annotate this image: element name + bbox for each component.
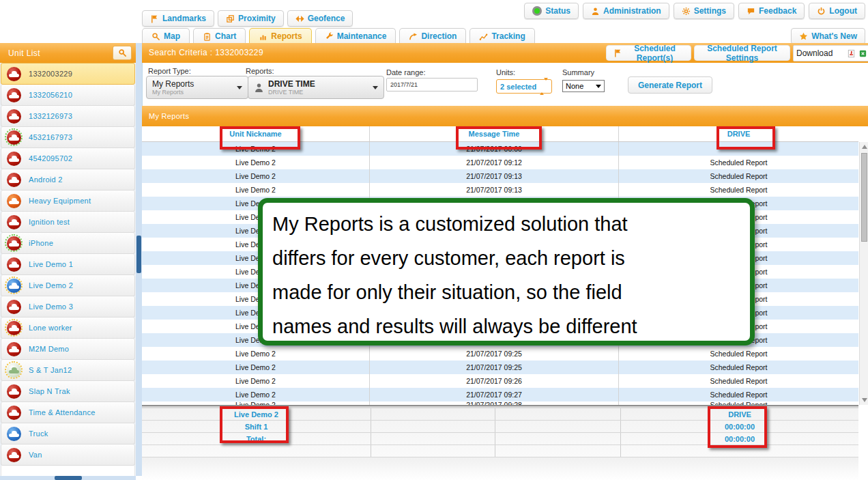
content-fade bbox=[142, 457, 858, 480]
logout-button[interactable]: Logout bbox=[809, 3, 865, 19]
vehicle-orange-icon bbox=[5, 192, 23, 210]
unit-list-item[interactable]: Slap N Trak bbox=[1, 381, 135, 402]
units-select[interactable]: 2 selected bbox=[496, 79, 552, 94]
excel-download-icon[interactable] bbox=[858, 49, 867, 58]
sidebar-scrollbar-thumb[interactable] bbox=[136, 236, 141, 273]
generate-report-button[interactable]: Generate Report bbox=[628, 76, 712, 94]
report-table-row[interactable]: Live Demo 2 21/07/2017 09:27 Scheduled R… bbox=[142, 388, 858, 401]
wrench-icon bbox=[325, 32, 334, 41]
summary-select[interactable]: None bbox=[562, 80, 605, 92]
scroll-down-arrow-icon[interactable] bbox=[862, 398, 867, 402]
tab-maintenance[interactable]: Maintenance bbox=[315, 28, 396, 44]
scroll-up-arrow-icon[interactable] bbox=[862, 145, 867, 149]
clipboard-icon bbox=[203, 32, 212, 41]
unit-list-item[interactable]: Heavy Equipment bbox=[1, 190, 135, 212]
table-vertical-scrollbar[interactable] bbox=[859, 142, 868, 405]
unit-list-item[interactable]: Android 2 bbox=[1, 169, 135, 190]
unit-list-item[interactable]: 1332126973 bbox=[1, 106, 135, 127]
column-header-message-time[interactable]: Message Time bbox=[370, 126, 619, 141]
tab-reports[interactable]: Reports bbox=[249, 28, 311, 44]
person-icon bbox=[254, 83, 264, 93]
cell-drive: Scheduled Report bbox=[619, 169, 858, 183]
scheduled-report-settings-button[interactable]: Scheduled Report Settings bbox=[694, 45, 790, 61]
report-table-row[interactable]: Live Demo 2 21/07/2017 09:26 Scheduled R… bbox=[142, 374, 858, 388]
unit-list-item[interactable]: 4532167973 bbox=[1, 127, 135, 148]
unit-label: 1332056210 bbox=[29, 91, 72, 99]
scheduled-report-settings-label: Scheduled Report Settings bbox=[701, 44, 783, 63]
vehicle-red-icon bbox=[5, 382, 23, 400]
geofence-button[interactable]: Geofence bbox=[287, 10, 353, 27]
unit-list-item[interactable]: M2M Demo bbox=[1, 339, 135, 360]
unit-list-item[interactable]: iPhone bbox=[1, 233, 135, 254]
scheduled-reports-button[interactable]: Scheduled Report(s) bbox=[606, 45, 691, 61]
report-table-row[interactable]: Live Demo 2 21/07/2017 09:12 Scheduled R… bbox=[142, 156, 858, 169]
logout-label: Logout bbox=[829, 6, 857, 16]
report-table-row[interactable]: Live Demo 2 21/07/2017 09:25 Scheduled R… bbox=[142, 347, 858, 361]
unit-list-item[interactable]: Live Demo 1 bbox=[1, 254, 135, 275]
pdf-download-icon[interactable] bbox=[847, 49, 856, 58]
route-icon bbox=[479, 32, 488, 41]
report-table-row[interactable]: Live Demo 2 21/07/2017 00:00 bbox=[142, 142, 858, 156]
cell-unit-nickname: Live Demo 2 bbox=[142, 347, 370, 361]
unit-list-item[interactable]: Time & Attendance bbox=[1, 402, 135, 423]
unit-list-item[interactable]: Van bbox=[1, 444, 135, 466]
landmarks-button[interactable]: Landmarks bbox=[142, 10, 214, 27]
download-box: Download bbox=[793, 45, 868, 61]
tab-tracking[interactable]: Tracking bbox=[469, 28, 534, 44]
proximity-button[interactable]: Proximity bbox=[218, 10, 284, 27]
report-table-row[interactable]: Live Demo 2 21/07/2017 09:13 Scheduled R… bbox=[142, 183, 858, 197]
date-range-input[interactable] bbox=[386, 78, 478, 91]
unit-list-item[interactable]: S & T Jan12 bbox=[1, 360, 135, 381]
report-controls: Report Type: My ReportsMy Reports Report… bbox=[142, 63, 868, 106]
sidebar-horizontal-scrollbar[interactable] bbox=[0, 476, 136, 480]
report-table-row[interactable]: Live Demo 2 21/07/2017 09:13 Scheduled R… bbox=[142, 169, 858, 183]
column-header-drive[interactable]: DRIVE bbox=[619, 126, 858, 141]
tab-direction[interactable]: Direction bbox=[399, 28, 466, 44]
status-button[interactable]: Status bbox=[524, 3, 579, 19]
flag-icon bbox=[150, 14, 159, 23]
units-label: Units: bbox=[496, 68, 515, 76]
reports-dropdown[interactable]: DRIVE TIMEDRIVE TIME bbox=[248, 76, 384, 99]
unit-list-item[interactable]: 1332056210 bbox=[1, 85, 135, 106]
unit-label: Slap N Trak bbox=[29, 387, 70, 395]
table-scrollbar-thumb[interactable] bbox=[861, 153, 867, 242]
cell-message-time: 21/07/2017 09:26 bbox=[370, 374, 619, 388]
vehicle-red-icon bbox=[5, 446, 23, 464]
cell-unit-nickname: Live Demo 2 bbox=[142, 142, 370, 156]
settings-label: Settings bbox=[694, 6, 726, 16]
report-table-row[interactable]: Live Demo 2 21/07/2017 09:25 Scheduled R… bbox=[142, 361, 858, 374]
settings-button[interactable]: Settings bbox=[674, 3, 734, 19]
cell-unit-nickname: Live Demo 2 bbox=[142, 169, 370, 183]
vehicle-red-icon bbox=[5, 86, 23, 104]
unit-label: Ignition test bbox=[29, 218, 70, 226]
geofence-icon bbox=[295, 14, 304, 23]
unit-list-item[interactable]: Live Demo 3 bbox=[1, 296, 135, 317]
chevron-down-icon bbox=[373, 86, 378, 89]
unit-list-item[interactable]: Live Demo 2 bbox=[1, 275, 135, 296]
summary-value: None bbox=[566, 82, 596, 90]
unit-list-item[interactable]: Truck bbox=[1, 423, 135, 444]
unit-list-title: Unit List bbox=[8, 48, 113, 58]
sidebar-hscrollbar-thumb[interactable] bbox=[55, 476, 82, 480]
unit-list-item[interactable]: Lone worker bbox=[1, 317, 135, 339]
toolbar-left: Landmarks Proximity Geofence bbox=[142, 10, 353, 27]
whats-new-button[interactable]: What's New bbox=[791, 28, 865, 44]
feedback-button[interactable]: Feedback bbox=[738, 3, 805, 19]
status-dot-icon bbox=[532, 6, 542, 16]
unit-list-item[interactable]: Ignition test bbox=[1, 212, 135, 233]
power-icon bbox=[817, 7, 826, 16]
cell-message-time: 21/07/2017 09:27 bbox=[370, 388, 619, 401]
direction-arrow-icon bbox=[409, 32, 418, 41]
administration-button[interactable]: Administration bbox=[583, 3, 669, 19]
vehicle-red-ring-green-icon bbox=[5, 234, 23, 252]
tab-map[interactable]: Map bbox=[142, 28, 190, 44]
tab-chart[interactable]: Chart bbox=[193, 28, 246, 44]
unit-list-item[interactable]: 4542095702 bbox=[1, 148, 135, 169]
unit-list-item[interactable]: 1332003229 bbox=[1, 63, 135, 85]
vehicle-red-icon bbox=[5, 107, 23, 125]
sidebar-vertical-scrollbar[interactable] bbox=[136, 43, 142, 476]
unit-search-button[interactable] bbox=[113, 46, 132, 60]
column-header-unit-nickname[interactable]: Unit Nickname bbox=[142, 126, 370, 141]
unit-label: Time & Attendance bbox=[29, 408, 96, 417]
report-type-dropdown[interactable]: My ReportsMy Reports bbox=[146, 76, 248, 99]
